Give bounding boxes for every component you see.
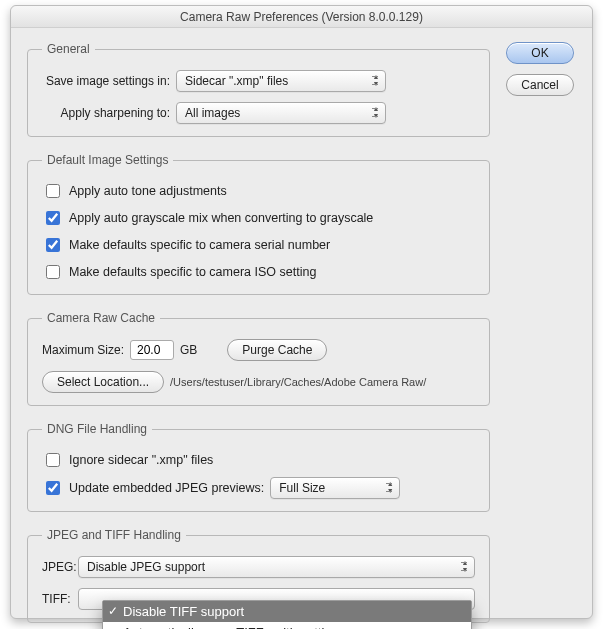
select-update-size[interactable]: Full Size <box>270 477 400 499</box>
label-auto-grayscale: Apply auto grayscale mix when converting… <box>69 211 373 225</box>
group-dng: DNG File Handling Ignore sidecar ".xmp" … <box>27 422 490 512</box>
legend-dng: DNG File Handling <box>42 422 152 436</box>
legend-cache: Camera Raw Cache <box>42 311 160 325</box>
input-max-size[interactable] <box>130 340 174 360</box>
group-jpeg-tiff: JPEG and TIFF Handling JPEG: Disable JPE… <box>27 528 490 623</box>
legend-general: General <box>42 42 95 56</box>
cache-path: /Users/testuser/Library/Caches/Adobe Cam… <box>170 376 426 388</box>
label-auto-tone: Apply auto tone adjustments <box>69 184 227 198</box>
group-defaults: Default Image Settings Apply auto tone a… <box>27 153 490 295</box>
label-ignore-xmp: Ignore sidecar ".xmp" files <box>69 453 213 467</box>
select-jpeg[interactable]: Disable JPEG support <box>78 556 475 578</box>
cancel-button[interactable]: Cancel <box>506 74 574 96</box>
label-update-jpeg: Update embedded JPEG previews: <box>69 481 264 495</box>
select-save-settings[interactable]: Sidecar ".xmp" files <box>176 70 386 92</box>
select-sharpening[interactable]: All images <box>176 102 386 124</box>
group-cache: Camera Raw Cache Maximum Size: GB Purge … <box>27 311 490 406</box>
label-sharpening: Apply sharpening to: <box>42 106 170 120</box>
tiff-dropdown-popup: Disable TIFF support Automatically open … <box>102 600 472 629</box>
legend-defaults: Default Image Settings <box>42 153 173 167</box>
checkbox-ignore-xmp[interactable] <box>46 453 60 467</box>
label-gb: GB <box>180 343 197 357</box>
checkbox-auto-grayscale[interactable] <box>46 211 60 225</box>
label-max-size: Maximum Size: <box>42 343 124 357</box>
checkbox-update-jpeg[interactable] <box>46 481 60 495</box>
legend-jpeg-tiff: JPEG and TIFF Handling <box>42 528 186 542</box>
ok-button[interactable]: OK <box>506 42 574 64</box>
button-select-location[interactable]: Select Location... <box>42 371 164 393</box>
checkbox-iso[interactable] <box>46 265 60 279</box>
button-purge-cache[interactable]: Purge Cache <box>227 339 327 361</box>
group-general: General Save image settings in: Sidecar … <box>27 42 490 137</box>
checkbox-auto-tone[interactable] <box>46 184 60 198</box>
tiff-option-open-with-settings[interactable]: Automatically open TIFFs with settings <box>103 622 471 629</box>
label-tiff: TIFF: <box>42 592 72 606</box>
label-serial: Make defaults specific to camera serial … <box>69 238 330 252</box>
label-jpeg: JPEG: <box>42 560 72 574</box>
window-title: Camera Raw Preferences (Version 8.0.0.12… <box>11 6 592 28</box>
tiff-option-disable[interactable]: Disable TIFF support <box>103 601 471 622</box>
label-save-settings: Save image settings in: <box>42 74 170 88</box>
preferences-window: Camera Raw Preferences (Version 8.0.0.12… <box>10 5 593 619</box>
label-iso: Make defaults specific to camera ISO set… <box>69 265 316 279</box>
checkbox-serial[interactable] <box>46 238 60 252</box>
